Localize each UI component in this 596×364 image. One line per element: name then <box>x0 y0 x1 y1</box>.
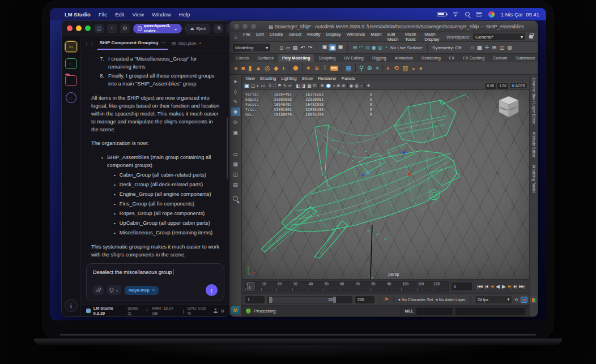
step-back-button[interactable]: |◀ <box>490 284 493 289</box>
tab-mcp-json[interactable]: ▤ mcp.json × <box>172 41 201 46</box>
play-backwards-button[interactable]: ◀ <box>496 284 499 289</box>
shelf-tab[interactable]: Sculpting <box>314 54 339 62</box>
shelf-tab[interactable]: Surfaces <box>253 54 278 62</box>
go-to-end-button[interactable]: ▶▶| <box>519 284 524 289</box>
isolate-select-icon[interactable]: ◉ <box>350 84 354 88</box>
lmstudio-window-controls[interactable] <box>67 25 91 31</box>
time-tick[interactable]: 70 <box>355 282 371 291</box>
xray-joints-icon[interactable]: ○ <box>360 84 363 88</box>
new-scene-icon[interactable]: ▯ <box>280 45 283 50</box>
shelf-tab[interactable]: UV Editing <box>340 54 367 62</box>
lighting-all-icon[interactable]: ⊕ <box>321 84 324 88</box>
sidebar-toggle-icon[interactable]: ◫ <box>94 24 104 33</box>
sidebar-models-icon[interactable] <box>65 75 77 86</box>
move-tool-icon[interactable]: ✥ <box>231 108 240 116</box>
maya-menu-item[interactable]: Modify <box>307 32 321 42</box>
menubar-item[interactable]: Help <box>179 11 190 18</box>
time-tick[interactable]: 50 <box>323 282 339 291</box>
panel-menu-item[interactable]: Show <box>302 76 313 81</box>
shelf-tab[interactable]: Poly Modeling <box>278 54 314 62</box>
time-tick[interactable]: 100 <box>401 282 417 291</box>
prev-key-button[interactable]: |◀ <box>485 284 488 289</box>
settings-icon[interactable]: ◍ <box>508 45 512 50</box>
shelf-tab[interactable]: Rendering <box>418 54 445 62</box>
snap-curve-icon[interactable]: ◠ <box>359 45 363 50</box>
range-slider-track[interactable]: 1120 <box>267 296 352 303</box>
lasso-tool-icon[interactable]: ⟠ <box>231 87 240 96</box>
frame-all-icon[interactable]: ◫ <box>500 45 505 50</box>
2d-pan-zoom-icon[interactable]: ⛶ <box>273 84 276 88</box>
shelf-tab[interactable]: Curves <box>232 54 253 62</box>
save-scene-icon[interactable]: ▤ <box>293 45 298 50</box>
menubar-item[interactable]: Edit <box>115 11 124 18</box>
frame-selection-icon[interactable]: ⊞ <box>492 45 497 50</box>
maya-menu-item[interactable]: Display <box>326 32 341 42</box>
poly-cube-icon[interactable]: ■ <box>241 65 245 71</box>
wrench-icon[interactable]: ⚒ <box>227 24 230 33</box>
play-button[interactable]: ▶ <box>502 284 505 289</box>
select-hierarchy-icon[interactable]: ▣ <box>322 44 327 51</box>
viewport-canvas[interactable]: Verts:16854491163752030 Edges:3380366832… <box>242 90 529 279</box>
maya-menu-item[interactable]: Mesh Display <box>424 32 441 42</box>
camera-attributes-icon[interactable]: ◐ <box>257 84 259 88</box>
remove-plugin-icon[interactable]: × <box>152 288 155 293</box>
exposure-icon[interactable]: ✣ <box>367 84 370 88</box>
svg-icon[interactable]: SVG <box>330 66 339 71</box>
maya-menu-item[interactable]: Create <box>270 32 283 42</box>
lock-workspace-icon[interactable] <box>529 35 533 38</box>
tab-back-chevron[interactable]: ‹ <box>86 40 87 46</box>
home-icon[interactable]: ⌂ <box>234 34 237 40</box>
poly-disc-icon[interactable]: ◗ <box>282 65 286 71</box>
settings-gear-icon[interactable]: ⚙ <box>220 309 224 314</box>
model-select[interactable]: qwen/qwen3-coder... ⌄ <box>133 24 182 33</box>
maya-window-controls[interactable] <box>234 24 256 29</box>
single-pane-layout-icon[interactable]: ▭ <box>231 149 240 158</box>
select-camera-icon[interactable]: ▣ <box>244 84 249 88</box>
exposure-field[interactable]: 0.00 <box>486 83 496 89</box>
downloads-button[interactable]: ⭳ <box>65 299 78 312</box>
colorspace-badge[interactable]: ACES <box>510 83 527 88</box>
time-tick[interactable]: 40 <box>308 282 323 291</box>
settings-gear-icon[interactable]: ⚙ <box>120 24 130 33</box>
tab-forward-chevron[interactable]: › <box>91 40 93 46</box>
time-tick[interactable]: 60 <box>339 282 355 291</box>
sidebar-discover-icon[interactable]: ◌ <box>66 92 76 103</box>
fps-select[interactable]: 24 fps▾ <box>475 296 512 303</box>
flask-icon[interactable]: ⚗ <box>214 24 223 33</box>
snap-grid-icon[interactable]: ⊞ <box>352 45 357 50</box>
textured-icon[interactable]: ▩ <box>307 84 311 88</box>
maya-menu-item[interactable]: Windows <box>347 32 365 42</box>
sidebar-developer-icon[interactable]: ›_ <box>65 58 77 69</box>
separator[interactable] <box>355 64 356 72</box>
time-tick[interactable]: 30 <box>292 282 308 291</box>
make-live-icon[interactable]: ◔ <box>384 45 388 50</box>
right-panel-tab[interactable]: Modeling Toolkit <box>532 165 536 193</box>
range-end-handle[interactable] <box>333 297 336 303</box>
motion-blur-icon[interactable]: ⊛ <box>337 84 340 88</box>
status-collapse-chevron[interactable]: ⌃ <box>146 309 149 314</box>
tab-menu-icon[interactable]: ⋯ <box>161 40 165 45</box>
menubar-item[interactable]: File <box>99 11 107 18</box>
oversampling-icon[interactable]: ⚑ <box>278 84 282 88</box>
go-to-start-button[interactable]: |◀◀ <box>477 284 482 289</box>
live-surface-field[interactable]: No Live Surface <box>390 45 423 50</box>
four-pane-layout-icon[interactable]: ▦ <box>231 160 240 168</box>
chat-transcript[interactable]: 7.I created a "Miscellaneous_Group" for … <box>81 50 229 260</box>
paint-select-tool-icon[interactable]: ✎ <box>231 97 240 106</box>
poly-plane-icon[interactable]: ◆ <box>274 65 278 71</box>
grease-pencil-icon[interactable]: ✎ <box>283 84 287 88</box>
separator[interactable] <box>293 83 294 88</box>
separator[interactable] <box>289 64 290 72</box>
menubar-app-name[interactable]: LM Studio <box>65 11 91 18</box>
snap-projected-center-icon[interactable]: ◉ <box>372 45 376 50</box>
super-shape-icon[interactable]: ✦ <box>306 65 311 71</box>
anim-end-field[interactable]: 200 <box>355 296 374 303</box>
tab-close-icon[interactable]: × <box>199 41 202 46</box>
maya-menu-item[interactable]: File <box>243 32 250 42</box>
reset-transform-icon[interactable]: ⌖ <box>376 65 379 71</box>
freeze-transform-icon[interactable]: ⊕ <box>367 65 372 71</box>
open-render-view-icon[interactable]: ▦ <box>477 45 482 50</box>
xray-icon[interactable]: ◍ <box>355 84 359 88</box>
snap-point-icon[interactable]: ⊙ <box>365 45 370 50</box>
lmstudio-titlebar[interactable]: ◫ + ⚙ qwen/qwen3-coder... ⌄ ⏏ Eject ⚗ ⚒ <box>62 21 229 36</box>
